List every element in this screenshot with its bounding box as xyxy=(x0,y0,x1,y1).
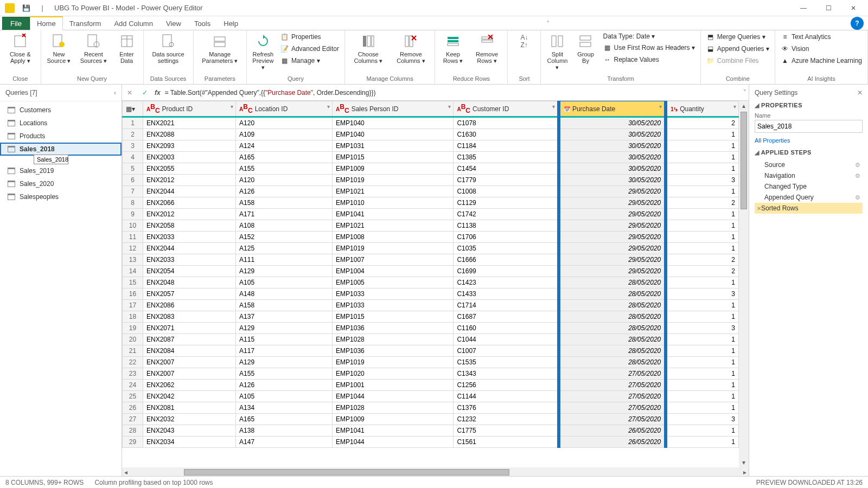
cell[interactable]: ENX2084 xyxy=(143,345,236,357)
cell[interactable]: A105 xyxy=(236,391,333,402)
close-settings-icon[interactable]: ✕ xyxy=(857,89,863,97)
split-column-button[interactable]: Split Column ▾ xyxy=(544,31,570,72)
cell[interactable]: EMP1010 xyxy=(333,197,454,209)
cell[interactable]: A115 xyxy=(236,334,333,345)
cell[interactable]: 28/05/2020 xyxy=(559,357,666,368)
cell[interactable]: C1256 xyxy=(454,380,559,391)
cell[interactable]: 30/05/2020 xyxy=(559,129,666,140)
cell[interactable]: 1 xyxy=(666,425,738,436)
row-number[interactable]: 11 xyxy=(123,232,143,243)
row-number[interactable]: 10 xyxy=(123,220,143,232)
row-number[interactable]: 13 xyxy=(123,254,143,266)
cell[interactable]: 28/05/2020 xyxy=(559,277,666,288)
cell[interactable]: C1423 xyxy=(454,277,559,288)
cell[interactable]: C1184 xyxy=(454,140,559,152)
cell[interactable]: A134 xyxy=(236,402,333,414)
row-number[interactable]: 3 xyxy=(123,140,143,152)
step-gear-icon[interactable]: ⚙ xyxy=(855,172,860,179)
cell[interactable]: ENX2034 xyxy=(143,436,236,448)
cell[interactable]: 26/05/2020 xyxy=(559,436,666,448)
cell[interactable]: ENX2071 xyxy=(143,323,236,334)
cell[interactable]: 27/05/2020 xyxy=(559,402,666,414)
cell[interactable]: C1630 xyxy=(454,129,559,140)
data-grid[interactable]: ▦▾ABCProduct ID▾ABCLocation ID▾ABCSales … xyxy=(122,101,739,467)
formula-text[interactable]: = Table.Sort(#"Appended Query",{{"Purcha… xyxy=(165,88,376,97)
column-header[interactable]: ABCProduct ID▾ xyxy=(143,101,236,117)
cell[interactable]: A120 xyxy=(236,175,333,186)
row-number[interactable]: 15 xyxy=(123,277,143,288)
cell[interactable]: C1742 xyxy=(454,209,559,220)
cell[interactable]: EMP1033 xyxy=(333,288,454,300)
cell[interactable]: EMP1008 xyxy=(333,232,454,243)
cell[interactable]: C1775 xyxy=(454,425,559,436)
column-filter-icon[interactable]: ▾ xyxy=(327,104,330,110)
cell[interactable]: 30/05/2020 xyxy=(559,175,666,186)
tab-transform[interactable]: Transform xyxy=(63,17,108,30)
cell[interactable]: 30/05/2020 xyxy=(559,163,666,175)
row-number[interactable]: 26 xyxy=(123,402,143,414)
row-number[interactable]: 8 xyxy=(123,197,143,209)
group-by-button[interactable]: Group By xyxy=(572,31,598,65)
combine-files-button[interactable]: 📁Combine Files xyxy=(704,55,771,66)
enter-data-button[interactable]: Enter Data xyxy=(114,31,140,65)
cell[interactable]: ENX2044 xyxy=(143,243,236,254)
cell[interactable]: 1 xyxy=(666,232,738,243)
scroll-up-icon[interactable]: ▴ xyxy=(741,101,746,111)
cell[interactable]: 1 xyxy=(666,163,738,175)
cell[interactable]: 27/05/2020 xyxy=(559,380,666,391)
cell[interactable]: ENX2081 xyxy=(143,402,236,414)
cell[interactable]: 1 xyxy=(666,334,738,345)
cell[interactable]: A171 xyxy=(236,209,333,220)
row-number[interactable]: 19 xyxy=(123,323,143,334)
cell[interactable]: ENX2032 xyxy=(143,414,236,425)
cell[interactable]: ENX2044 xyxy=(143,186,236,197)
column-header[interactable]: ABCCustomer ID▾ xyxy=(454,101,559,117)
replace-values-button[interactable]: ↔Replace Values xyxy=(601,54,697,65)
close-button[interactable]: ✕ xyxy=(841,0,866,16)
cell[interactable]: 2 xyxy=(666,254,738,266)
row-number[interactable]: 17 xyxy=(123,300,143,311)
all-properties-link[interactable]: All Properties xyxy=(755,137,863,144)
cell[interactable]: EMP1033 xyxy=(333,300,454,311)
cell[interactable]: 2 xyxy=(666,197,738,209)
collapse-queries-icon[interactable]: ‹ xyxy=(114,89,116,97)
cell[interactable]: 1 xyxy=(666,311,738,323)
cell[interactable]: 28/05/2020 xyxy=(559,288,666,300)
column-header[interactable]: ABCSales Person ID▾ xyxy=(333,101,454,117)
cell[interactable]: EMP1040 xyxy=(333,117,454,129)
vision-button[interactable]: 👁Vision xyxy=(778,43,864,54)
recent-sources-button[interactable]: Recent Sources ▾ xyxy=(75,31,111,65)
column-header[interactable]: 📅Purchase Date▾ xyxy=(559,101,666,117)
sort-buttons[interactable]: A↓Z↑ xyxy=(511,31,537,51)
cell[interactable]: EMP1036 xyxy=(333,345,454,357)
cell[interactable]: 29/05/2020 xyxy=(559,197,666,209)
cell[interactable]: C1666 xyxy=(454,254,559,266)
cell[interactable]: A108 xyxy=(236,220,333,232)
cell[interactable]: 1 xyxy=(666,391,738,402)
cell[interactable]: ENX2055 xyxy=(143,163,236,175)
row-number[interactable]: 22 xyxy=(123,357,143,368)
maximize-button[interactable]: ☐ xyxy=(816,0,841,16)
cell[interactable]: 1 xyxy=(666,402,738,414)
cell[interactable]: A129 xyxy=(236,266,333,277)
cell[interactable]: 30/05/2020 xyxy=(559,117,666,129)
cell[interactable]: A152 xyxy=(236,232,333,243)
cell[interactable]: ENX2033 xyxy=(143,254,236,266)
cell[interactable]: 1 xyxy=(666,152,738,163)
cell[interactable]: EMP1028 xyxy=(333,334,454,345)
cell[interactable]: C1699 xyxy=(454,266,559,277)
cell[interactable]: 29/05/2020 xyxy=(559,266,666,277)
cell[interactable]: 3 xyxy=(666,323,738,334)
accept-formula-icon[interactable]: ✓ xyxy=(139,87,150,98)
cell[interactable]: 28/05/2020 xyxy=(559,334,666,345)
azure-ml-button[interactable]: ▲Azure Machine Learning xyxy=(778,55,864,66)
cell[interactable]: C1779 xyxy=(454,175,559,186)
cell[interactable]: 29/05/2020 xyxy=(559,220,666,232)
cell[interactable]: 1 xyxy=(666,300,738,311)
cell[interactable]: C1454 xyxy=(454,163,559,175)
text-analytics-button[interactable]: ≡Text Analytics xyxy=(778,31,864,42)
step-gear-icon[interactable]: ⚙ xyxy=(855,194,860,201)
row-number[interactable]: 20 xyxy=(123,334,143,345)
cell[interactable]: C1044 xyxy=(454,334,559,345)
cell[interactable]: EMP1044 xyxy=(333,391,454,402)
